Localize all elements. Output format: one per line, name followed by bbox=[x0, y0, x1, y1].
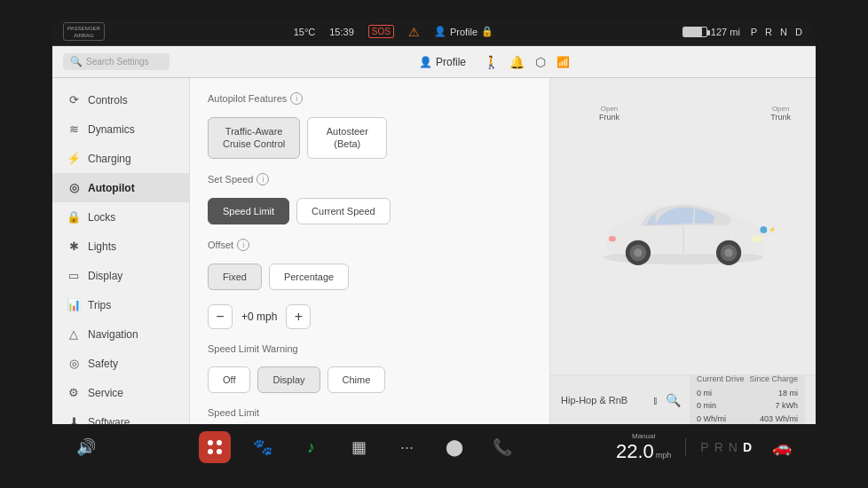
service-icon: ⚙ bbox=[67, 386, 81, 399]
features-info-icon[interactable]: i bbox=[290, 92, 303, 105]
sidebar-item-safety[interactable]: ◎ Safety bbox=[52, 349, 189, 378]
search-box[interactable]: 🔍 Search Settings bbox=[63, 53, 170, 70]
taskbar-left: 🔊 bbox=[70, 431, 102, 463]
spotify-button[interactable]: ♪ bbox=[295, 431, 327, 463]
gear-n[interactable]: N bbox=[729, 440, 738, 454]
lock-icon: 🔒 bbox=[481, 26, 493, 37]
profile-button[interactable]: 👤 Profile 🔒 bbox=[434, 26, 493, 37]
nav-center: 👤 Profile 🚶 🔔 ⬡ 📶 bbox=[184, 55, 805, 69]
car-status-button[interactable]: 🚗 bbox=[766, 431, 798, 463]
offset-stepper: − +0 mph + bbox=[208, 304, 532, 329]
sidebar-item-dynamics[interactable]: ≋ Dynamics bbox=[52, 114, 189, 144]
fixed-button[interactable]: Fixed bbox=[208, 264, 262, 290]
sidebar-item-lights[interactable]: ✱ Lights bbox=[52, 232, 189, 261]
trunk-label[interactable]: Open Trunk bbox=[770, 105, 791, 122]
offset-info-icon[interactable]: i bbox=[237, 239, 249, 251]
driver-icon[interactable]: 🚶 bbox=[484, 55, 499, 69]
passenger-airbag-indicator: PASSENGER AIRBAG bbox=[63, 22, 105, 41]
svg-point-14 bbox=[208, 449, 213, 454]
equalizer-icon[interactable]: ⫾ bbox=[652, 393, 659, 407]
sidebar-item-locks[interactable]: 🔒 Locks bbox=[52, 202, 189, 232]
speed-warning-title: Speed Limit Warning bbox=[208, 343, 532, 354]
gear-display-top: P R N D bbox=[751, 27, 805, 37]
sidebar-item-display[interactable]: ▭ Display bbox=[52, 261, 189, 290]
center-panel: Autopilot Features i Traffic-Aware Cruis… bbox=[190, 78, 549, 424]
svg-point-12 bbox=[208, 440, 213, 445]
traffic-aware-cruise-button[interactable]: Traffic-Aware Cruise Control bbox=[208, 117, 300, 159]
offset-decrease-button[interactable]: − bbox=[208, 304, 233, 329]
since-kwh: 7 kWh bbox=[775, 399, 798, 412]
warning-off-button[interactable]: Off bbox=[208, 366, 250, 393]
sidebar-label-software: Software bbox=[88, 416, 130, 425]
current-efficiency: 0 Wh/mi bbox=[697, 413, 726, 424]
music-bar: Hip-Hop & RnB ⫾ 🔍 Current Drive Since Ch… bbox=[550, 374, 816, 424]
warning-chime-button[interactable]: Chime bbox=[327, 366, 386, 393]
speed-info-icon[interactable]: i bbox=[256, 173, 269, 185]
gear-d[interactable]: D bbox=[743, 440, 752, 454]
svg-point-10 bbox=[760, 226, 767, 233]
dog-mode-button[interactable]: 🐾 bbox=[247, 431, 279, 463]
sidebar-item-autopilot[interactable]: ◎ Autopilot bbox=[52, 173, 189, 202]
battery-display: 127 mi bbox=[711, 27, 740, 37]
sidebar-item-software[interactable]: ⬇ Software bbox=[52, 407, 189, 424]
trips-icon: 📊 bbox=[67, 298, 81, 311]
offset-title: Offset i bbox=[208, 239, 532, 251]
sidebar-label-display: Display bbox=[88, 270, 122, 282]
sos-button[interactable]: SOS bbox=[368, 25, 394, 38]
music-controls: ⫾ 🔍 bbox=[652, 393, 681, 407]
sidebar-item-trips[interactable]: 📊 Trips bbox=[52, 290, 189, 319]
svg-point-13 bbox=[217, 440, 222, 445]
taskbar-divider bbox=[685, 438, 686, 456]
speed-limit-button[interactable]: Speed Limit bbox=[208, 198, 289, 224]
sidebar-label-controls: Controls bbox=[88, 94, 128, 106]
speed-number: 22.0 bbox=[616, 440, 654, 463]
volume-button[interactable]: 🔊 bbox=[70, 431, 102, 463]
warning-display-button[interactable]: Display bbox=[257, 366, 320, 393]
sidebar-label-navigation: Navigation bbox=[88, 328, 138, 341]
temperature-display: 15°C bbox=[294, 27, 316, 37]
navigation-icon: △ bbox=[67, 327, 81, 341]
svg-point-6 bbox=[724, 248, 732, 256]
bell-icon[interactable]: 🔔 bbox=[509, 55, 525, 69]
status-right: 127 mi P R N D bbox=[683, 27, 805, 37]
speed-limit-title: Speed Limit bbox=[208, 407, 532, 418]
gear-p[interactable]: P bbox=[700, 440, 708, 454]
software-icon: ⬇ bbox=[67, 415, 81, 424]
offset-value: +0 mph bbox=[241, 311, 277, 323]
status-center: 15°C 15:39 SOS ⚠ 👤 Profile 🔒 bbox=[294, 25, 493, 39]
sidebar-item-controls[interactable]: ⟳ Controls bbox=[52, 85, 189, 114]
autopilot-features-title: Autopilot Features i bbox=[208, 92, 532, 105]
sidebar-item-charging[interactable]: ⚡ Charging bbox=[52, 144, 189, 173]
sidebar-item-service[interactable]: ⚙ Service bbox=[52, 378, 189, 407]
status-left: PASSENGER AIRBAG bbox=[63, 22, 105, 41]
bluetooth-icon[interactable]: ⬡ bbox=[535, 55, 546, 69]
frunk-label[interactable]: Open Frunk bbox=[599, 105, 619, 122]
offset-group: Fixed Percentage bbox=[208, 264, 532, 290]
autopilot-features-group: Traffic-Aware Cruise Control Autosteer (… bbox=[208, 117, 532, 159]
sidebar: ⟳ Controls ≋ Dynamics ⚡ Charging ◎ Autop… bbox=[52, 78, 190, 424]
set-speed-group: Speed Limit Current Speed bbox=[208, 198, 532, 224]
search-music-icon[interactable]: 🔍 bbox=[666, 393, 681, 407]
phone-button[interactable]: 📞 bbox=[486, 431, 518, 463]
search-placeholder: Search Settings bbox=[86, 57, 149, 67]
current-time: 0 min bbox=[697, 399, 716, 412]
percentage-button[interactable]: Percentage bbox=[269, 264, 349, 290]
status-bar: PASSENGER AIRBAG 15°C 15:39 SOS ⚠ 👤 Prof… bbox=[52, 18, 816, 46]
gear-r[interactable]: R bbox=[714, 440, 723, 454]
current-speed-button[interactable]: Current Speed bbox=[296, 198, 391, 224]
camera-button[interactable]: ⬤ bbox=[438, 431, 470, 463]
cards-button[interactable]: ▦ bbox=[343, 431, 375, 463]
since-charge-label: Since Charge bbox=[749, 374, 798, 383]
autopilot-icon: ◎ bbox=[67, 181, 81, 194]
autosteer-button[interactable]: Autosteer (Beta) bbox=[307, 117, 387, 159]
sidebar-item-navigation[interactable]: △ Navigation bbox=[52, 319, 189, 349]
nav-profile-icon: 👤 bbox=[419, 56, 432, 68]
signal-icon: 📶 bbox=[556, 56, 570, 68]
more-button[interactable]: ··· bbox=[391, 431, 422, 463]
sidebar-label-autopilot: Autopilot bbox=[88, 182, 135, 194]
offset-increase-button[interactable]: + bbox=[286, 304, 311, 329]
nav-profile-button[interactable]: 👤 Profile bbox=[419, 56, 466, 68]
sidebar-label-locks: Locks bbox=[88, 211, 115, 224]
apps-button[interactable] bbox=[199, 431, 231, 463]
set-speed-title: Set Speed i bbox=[208, 173, 532, 185]
